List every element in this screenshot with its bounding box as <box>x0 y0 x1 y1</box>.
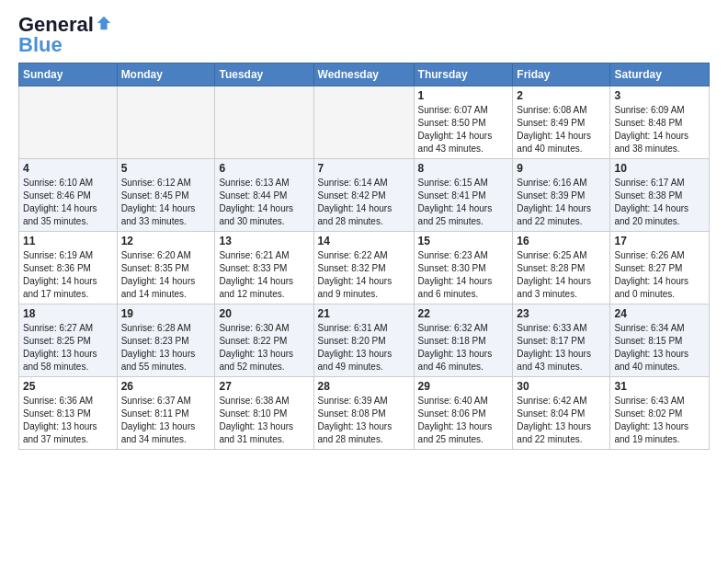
calendar-cell: 25Sunrise: 6:36 AM Sunset: 8:13 PM Dayli… <box>19 377 118 450</box>
calendar-cell: 26Sunrise: 6:37 AM Sunset: 8:11 PM Dayli… <box>117 377 215 450</box>
calendar-cell: 12Sunrise: 6:20 AM Sunset: 8:35 PM Dayli… <box>117 232 215 304</box>
day-number: 11 <box>23 235 113 247</box>
day-info: Sunrise: 6:43 AM Sunset: 8:02 PM Dayligh… <box>614 395 705 446</box>
day-info: Sunrise: 6:14 AM Sunset: 8:42 PM Dayligh… <box>318 177 410 228</box>
calendar-cell: 31Sunrise: 6:43 AM Sunset: 8:02 PM Dayli… <box>610 377 710 450</box>
day-info: Sunrise: 6:34 AM Sunset: 8:15 PM Dayligh… <box>614 322 705 373</box>
day-number: 19 <box>121 307 211 320</box>
calendar-cell: 15Sunrise: 6:23 AM Sunset: 8:30 PM Dayli… <box>414 232 513 304</box>
day-info: Sunrise: 6:09 AM Sunset: 8:48 PM Dayligh… <box>614 104 705 155</box>
day-info: Sunrise: 6:16 AM Sunset: 8:39 PM Dayligh… <box>517 177 606 228</box>
day-number: 24 <box>614 307 705 320</box>
day-number: 23 <box>517 307 606 320</box>
weekday-tuesday: Tuesday <box>215 63 313 86</box>
day-info: Sunrise: 6:39 AM Sunset: 8:08 PM Dayligh… <box>318 395 410 446</box>
day-info: Sunrise: 6:17 AM Sunset: 8:38 PM Dayligh… <box>614 177 705 228</box>
day-number: 5 <box>121 162 211 175</box>
logo-text-general: General <box>18 15 94 35</box>
day-info: Sunrise: 6:38 AM Sunset: 8:10 PM Dayligh… <box>219 395 309 446</box>
calendar-cell: 17Sunrise: 6:26 AM Sunset: 8:27 PM Dayli… <box>610 232 710 304</box>
day-number: 6 <box>219 162 309 175</box>
day-number: 10 <box>614 162 705 175</box>
day-info: Sunrise: 6:08 AM Sunset: 8:49 PM Dayligh… <box>517 104 606 155</box>
day-number: 13 <box>219 235 309 247</box>
day-number: 14 <box>318 235 410 247</box>
day-number: 17 <box>614 235 705 247</box>
calendar-cell: 27Sunrise: 6:38 AM Sunset: 8:10 PM Dayli… <box>215 377 313 450</box>
calendar-row-1: 4Sunrise: 6:10 AM Sunset: 8:46 PM Daylig… <box>19 159 710 232</box>
calendar-cell: 5Sunrise: 6:12 AM Sunset: 8:45 PM Daylig… <box>117 159 215 232</box>
calendar-cell: 28Sunrise: 6:39 AM Sunset: 8:08 PM Dayli… <box>313 377 414 450</box>
day-number: 1 <box>418 89 509 102</box>
calendar-cell: 9Sunrise: 6:16 AM Sunset: 8:39 PM Daylig… <box>513 159 610 232</box>
day-info: Sunrise: 6:21 AM Sunset: 8:33 PM Dayligh… <box>219 249 309 301</box>
calendar-cell: 16Sunrise: 6:25 AM Sunset: 8:28 PM Dayli… <box>513 232 610 304</box>
weekday-header-row: SundayMondayTuesdayWednesdayThursdayFrid… <box>19 63 710 86</box>
day-number: 12 <box>121 235 211 247</box>
calendar-cell: 19Sunrise: 6:28 AM Sunset: 8:23 PM Dayli… <box>117 304 215 377</box>
day-number: 4 <box>23 162 113 175</box>
day-number: 20 <box>219 307 309 320</box>
day-info: Sunrise: 6:31 AM Sunset: 8:20 PM Dayligh… <box>318 322 410 373</box>
weekday-sunday: Sunday <box>19 63 118 86</box>
day-number: 30 <box>517 380 606 393</box>
day-number: 26 <box>121 380 211 393</box>
calendar-cell: 24Sunrise: 6:34 AM Sunset: 8:15 PM Dayli… <box>610 304 710 377</box>
day-number: 22 <box>418 307 509 320</box>
page: General Blue SundayMondayTuesdayWednesda… <box>0 0 728 459</box>
day-info: Sunrise: 6:12 AM Sunset: 8:45 PM Dayligh… <box>121 177 211 228</box>
calendar-cell: 20Sunrise: 6:30 AM Sunset: 8:22 PM Dayli… <box>215 304 313 377</box>
day-info: Sunrise: 6:20 AM Sunset: 8:35 PM Dayligh… <box>121 249 211 301</box>
calendar-cell: 22Sunrise: 6:32 AM Sunset: 8:18 PM Dayli… <box>414 304 513 377</box>
calendar-cell: 1Sunrise: 6:07 AM Sunset: 8:50 PM Daylig… <box>414 86 513 159</box>
day-number: 21 <box>318 307 410 320</box>
calendar-table: SundayMondayTuesdayWednesdayThursdayFrid… <box>18 63 710 450</box>
calendar-cell: 13Sunrise: 6:21 AM Sunset: 8:33 PM Dayli… <box>215 232 313 304</box>
day-info: Sunrise: 6:32 AM Sunset: 8:18 PM Dayligh… <box>418 322 509 373</box>
calendar-cell <box>215 86 313 159</box>
day-info: Sunrise: 6:07 AM Sunset: 8:50 PM Dayligh… <box>418 104 509 155</box>
weekday-saturday: Saturday <box>610 63 710 86</box>
svg-marker-0 <box>97 17 110 29</box>
calendar-cell: 3Sunrise: 6:09 AM Sunset: 8:48 PM Daylig… <box>610 86 710 159</box>
calendar-cell: 4Sunrise: 6:10 AM Sunset: 8:46 PM Daylig… <box>19 159 118 232</box>
calendar-cell: 29Sunrise: 6:40 AM Sunset: 8:06 PM Dayli… <box>414 377 513 450</box>
calendar-cell <box>19 86 118 159</box>
day-number: 18 <box>23 307 113 320</box>
day-number: 29 <box>418 380 509 393</box>
calendar-cell: 23Sunrise: 6:33 AM Sunset: 8:17 PM Dayli… <box>513 304 610 377</box>
day-info: Sunrise: 6:26 AM Sunset: 8:27 PM Dayligh… <box>614 249 705 301</box>
calendar-cell: 14Sunrise: 6:22 AM Sunset: 8:32 PM Dayli… <box>313 232 414 304</box>
header: General Blue <box>18 15 710 55</box>
day-number: 25 <box>23 380 113 393</box>
logo: General Blue <box>18 15 112 55</box>
calendar-cell: 11Sunrise: 6:19 AM Sunset: 8:36 PM Dayli… <box>19 232 118 304</box>
weekday-thursday: Thursday <box>414 63 513 86</box>
calendar-cell <box>117 86 215 159</box>
calendar-row-3: 18Sunrise: 6:27 AM Sunset: 8:25 PM Dayli… <box>19 304 710 377</box>
day-info: Sunrise: 6:23 AM Sunset: 8:30 PM Dayligh… <box>418 249 509 301</box>
day-number: 8 <box>418 162 509 175</box>
day-info: Sunrise: 6:37 AM Sunset: 8:11 PM Dayligh… <box>121 395 211 446</box>
calendar-cell <box>313 86 414 159</box>
calendar-row-2: 11Sunrise: 6:19 AM Sunset: 8:36 PM Dayli… <box>19 232 710 304</box>
calendar-cell: 21Sunrise: 6:31 AM Sunset: 8:20 PM Dayli… <box>313 304 414 377</box>
calendar-row-4: 25Sunrise: 6:36 AM Sunset: 8:13 PM Dayli… <box>19 377 710 450</box>
calendar-cell: 2Sunrise: 6:08 AM Sunset: 8:49 PM Daylig… <box>513 86 610 159</box>
day-info: Sunrise: 6:36 AM Sunset: 8:13 PM Dayligh… <box>23 395 113 446</box>
weekday-friday: Friday <box>513 63 610 86</box>
calendar-cell: 6Sunrise: 6:13 AM Sunset: 8:44 PM Daylig… <box>215 159 313 232</box>
calendar-cell: 18Sunrise: 6:27 AM Sunset: 8:25 PM Dayli… <box>19 304 118 377</box>
day-info: Sunrise: 6:28 AM Sunset: 8:23 PM Dayligh… <box>121 322 211 373</box>
calendar-cell: 8Sunrise: 6:15 AM Sunset: 8:41 PM Daylig… <box>414 159 513 232</box>
day-number: 9 <box>517 162 606 175</box>
day-info: Sunrise: 6:40 AM Sunset: 8:06 PM Dayligh… <box>418 395 509 446</box>
day-info: Sunrise: 6:15 AM Sunset: 8:41 PM Dayligh… <box>418 177 509 228</box>
calendar-cell: 30Sunrise: 6:42 AM Sunset: 8:04 PM Dayli… <box>513 377 610 450</box>
day-info: Sunrise: 6:10 AM Sunset: 8:46 PM Dayligh… <box>23 177 113 228</box>
calendar-cell: 10Sunrise: 6:17 AM Sunset: 8:38 PM Dayli… <box>610 159 710 232</box>
logo-icon <box>96 15 112 31</box>
day-number: 27 <box>219 380 309 393</box>
weekday-monday: Monday <box>117 63 215 86</box>
day-number: 7 <box>318 162 410 175</box>
